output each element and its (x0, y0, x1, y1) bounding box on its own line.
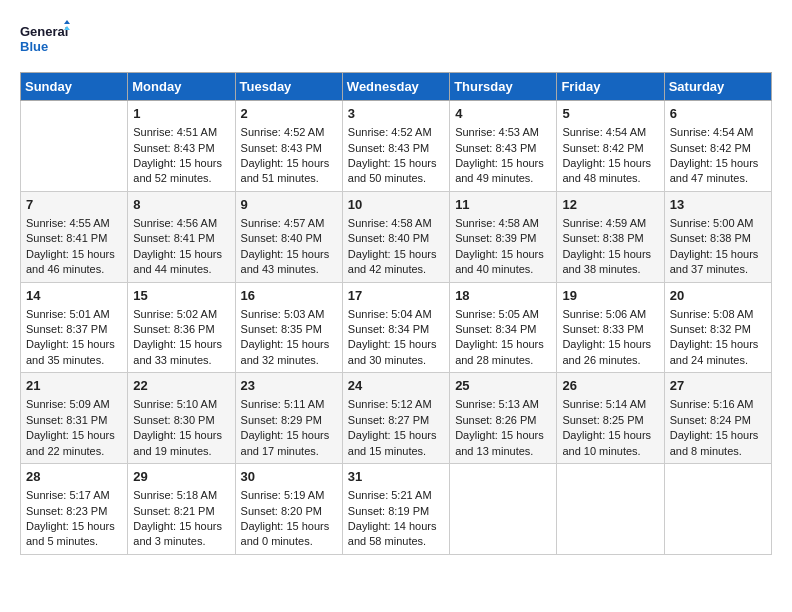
day-number: 24 (348, 377, 444, 395)
calendar-cell: 6Sunrise: 4:54 AMSunset: 8:42 PMDaylight… (664, 101, 771, 192)
daylight-text: Daylight: 15 hours and 0 minutes. (241, 519, 337, 550)
sunset-text: Sunset: 8:34 PM (348, 322, 444, 337)
calendar-cell: 10Sunrise: 4:58 AMSunset: 8:40 PMDayligh… (342, 191, 449, 282)
calendar-cell: 9Sunrise: 4:57 AMSunset: 8:40 PMDaylight… (235, 191, 342, 282)
day-number: 7 (26, 196, 122, 214)
sunset-text: Sunset: 8:30 PM (133, 413, 229, 428)
calendar-cell: 22Sunrise: 5:10 AMSunset: 8:30 PMDayligh… (128, 373, 235, 464)
calendar-cell: 14Sunrise: 5:01 AMSunset: 8:37 PMDayligh… (21, 282, 128, 373)
daylight-text: Daylight: 15 hours and 15 minutes. (348, 428, 444, 459)
logo: General Blue (20, 20, 70, 62)
calendar-week-row: 14Sunrise: 5:01 AMSunset: 8:37 PMDayligh… (21, 282, 772, 373)
sunset-text: Sunset: 8:41 PM (133, 231, 229, 246)
svg-text:General: General (20, 24, 68, 39)
calendar-cell: 13Sunrise: 5:00 AMSunset: 8:38 PMDayligh… (664, 191, 771, 282)
day-number: 3 (348, 105, 444, 123)
calendar-cell: 3Sunrise: 4:52 AMSunset: 8:43 PMDaylight… (342, 101, 449, 192)
daylight-text: Daylight: 15 hours and 28 minutes. (455, 337, 551, 368)
calendar-cell: 20Sunrise: 5:08 AMSunset: 8:32 PMDayligh… (664, 282, 771, 373)
day-number: 10 (348, 196, 444, 214)
calendar-cell: 15Sunrise: 5:02 AMSunset: 8:36 PMDayligh… (128, 282, 235, 373)
daylight-text: Daylight: 15 hours and 49 minutes. (455, 156, 551, 187)
sunrise-text: Sunrise: 5:16 AM (670, 397, 766, 412)
daylight-text: Daylight: 15 hours and 40 minutes. (455, 247, 551, 278)
sunset-text: Sunset: 8:34 PM (455, 322, 551, 337)
day-number: 22 (133, 377, 229, 395)
calendar-cell: 7Sunrise: 4:55 AMSunset: 8:41 PMDaylight… (21, 191, 128, 282)
day-number: 12 (562, 196, 658, 214)
sunset-text: Sunset: 8:23 PM (26, 504, 122, 519)
sunrise-text: Sunrise: 5:04 AM (348, 307, 444, 322)
sunset-text: Sunset: 8:26 PM (455, 413, 551, 428)
sunset-text: Sunset: 8:36 PM (133, 322, 229, 337)
daylight-text: Daylight: 15 hours and 48 minutes. (562, 156, 658, 187)
day-number: 19 (562, 287, 658, 305)
calendar-cell: 27Sunrise: 5:16 AMSunset: 8:24 PMDayligh… (664, 373, 771, 464)
sunset-text: Sunset: 8:20 PM (241, 504, 337, 519)
sunrise-text: Sunrise: 5:05 AM (455, 307, 551, 322)
day-number: 21 (26, 377, 122, 395)
sunset-text: Sunset: 8:38 PM (562, 231, 658, 246)
sunrise-text: Sunrise: 4:58 AM (348, 216, 444, 231)
calendar-cell: 21Sunrise: 5:09 AMSunset: 8:31 PMDayligh… (21, 373, 128, 464)
sunrise-text: Sunrise: 4:56 AM (133, 216, 229, 231)
calendar-cell: 1Sunrise: 4:51 AMSunset: 8:43 PMDaylight… (128, 101, 235, 192)
day-number: 11 (455, 196, 551, 214)
day-number: 30 (241, 468, 337, 486)
day-number: 26 (562, 377, 658, 395)
daylight-text: Daylight: 14 hours and 58 minutes. (348, 519, 444, 550)
calendar-cell: 25Sunrise: 5:13 AMSunset: 8:26 PMDayligh… (450, 373, 557, 464)
daylight-text: Daylight: 15 hours and 51 minutes. (241, 156, 337, 187)
sunrise-text: Sunrise: 4:54 AM (670, 125, 766, 140)
sunrise-text: Sunrise: 4:55 AM (26, 216, 122, 231)
calendar-cell (557, 464, 664, 555)
daylight-text: Daylight: 15 hours and 33 minutes. (133, 337, 229, 368)
sunrise-text: Sunrise: 5:03 AM (241, 307, 337, 322)
sunrise-text: Sunrise: 5:12 AM (348, 397, 444, 412)
sunset-text: Sunset: 8:24 PM (670, 413, 766, 428)
sunrise-text: Sunrise: 4:59 AM (562, 216, 658, 231)
sunset-text: Sunset: 8:42 PM (562, 141, 658, 156)
sunset-text: Sunset: 8:21 PM (133, 504, 229, 519)
weekday-header: Thursday (450, 73, 557, 101)
sunrise-text: Sunrise: 4:57 AM (241, 216, 337, 231)
sunset-text: Sunset: 8:27 PM (348, 413, 444, 428)
day-number: 4 (455, 105, 551, 123)
sunset-text: Sunset: 8:37 PM (26, 322, 122, 337)
sunset-text: Sunset: 8:33 PM (562, 322, 658, 337)
calendar-week-row: 21Sunrise: 5:09 AMSunset: 8:31 PMDayligh… (21, 373, 772, 464)
calendar-cell: 30Sunrise: 5:19 AMSunset: 8:20 PMDayligh… (235, 464, 342, 555)
weekday-header: Saturday (664, 73, 771, 101)
calendar-cell: 8Sunrise: 4:56 AMSunset: 8:41 PMDaylight… (128, 191, 235, 282)
sunrise-text: Sunrise: 5:13 AM (455, 397, 551, 412)
sunrise-text: Sunrise: 5:11 AM (241, 397, 337, 412)
daylight-text: Daylight: 15 hours and 17 minutes. (241, 428, 337, 459)
calendar-cell: 5Sunrise: 4:54 AMSunset: 8:42 PMDaylight… (557, 101, 664, 192)
daylight-text: Daylight: 15 hours and 24 minutes. (670, 337, 766, 368)
daylight-text: Daylight: 15 hours and 50 minutes. (348, 156, 444, 187)
sunrise-text: Sunrise: 4:51 AM (133, 125, 229, 140)
calendar-cell: 4Sunrise: 4:53 AMSunset: 8:43 PMDaylight… (450, 101, 557, 192)
sunrise-text: Sunrise: 5:19 AM (241, 488, 337, 503)
calendar-cell: 28Sunrise: 5:17 AMSunset: 8:23 PMDayligh… (21, 464, 128, 555)
daylight-text: Daylight: 15 hours and 35 minutes. (26, 337, 122, 368)
calendar-cell: 18Sunrise: 5:05 AMSunset: 8:34 PMDayligh… (450, 282, 557, 373)
sunset-text: Sunset: 8:43 PM (455, 141, 551, 156)
sunset-text: Sunset: 8:31 PM (26, 413, 122, 428)
daylight-text: Daylight: 15 hours and 46 minutes. (26, 247, 122, 278)
day-number: 14 (26, 287, 122, 305)
day-number: 18 (455, 287, 551, 305)
sunrise-text: Sunrise: 5:21 AM (348, 488, 444, 503)
sunset-text: Sunset: 8:35 PM (241, 322, 337, 337)
sunset-text: Sunset: 8:40 PM (241, 231, 337, 246)
daylight-text: Daylight: 15 hours and 8 minutes. (670, 428, 766, 459)
sunrise-text: Sunrise: 4:52 AM (241, 125, 337, 140)
weekday-header: Sunday (21, 73, 128, 101)
sunrise-text: Sunrise: 5:06 AM (562, 307, 658, 322)
calendar-cell: 2Sunrise: 4:52 AMSunset: 8:43 PMDaylight… (235, 101, 342, 192)
weekday-header: Friday (557, 73, 664, 101)
sunrise-text: Sunrise: 5:10 AM (133, 397, 229, 412)
sunrise-text: Sunrise: 5:17 AM (26, 488, 122, 503)
day-number: 15 (133, 287, 229, 305)
daylight-text: Daylight: 15 hours and 5 minutes. (26, 519, 122, 550)
